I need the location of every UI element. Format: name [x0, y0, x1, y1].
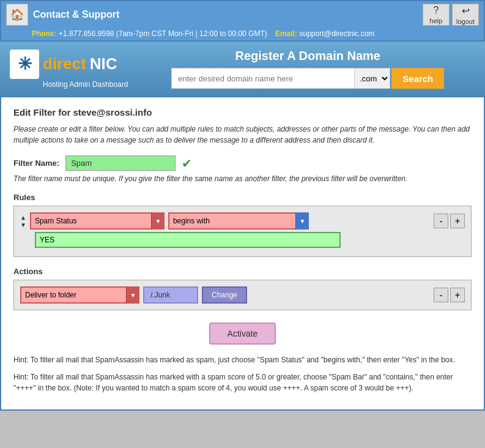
- rule-add-remove-btns: - +: [434, 214, 465, 228]
- filter-name-label: Filter Name:: [13, 159, 59, 168]
- filter-name-row: Filter Name: ✔: [13, 155, 472, 171]
- actions-box: Deliver to folder Discard Forward to ▼ /…: [13, 280, 472, 310]
- logo-area: ✳ directNIC Hosting Admin Dashboard: [10, 50, 128, 89]
- logo-direct: direct: [43, 54, 86, 73]
- rule-subject-select-wrap: Spam Status Spam Bar Subject From To ▼: [30, 212, 165, 230]
- rule-add-button[interactable]: +: [450, 214, 465, 228]
- rule-row: ▲ ▼ Spam Status Spam Bar Subject From To…: [20, 212, 465, 230]
- hint1-text: Hint: To filter all mail that SpamAssass…: [13, 354, 472, 365]
- rule-condition-select[interactable]: begins with contains ends with is: [168, 212, 309, 230]
- action-add-button[interactable]: +: [450, 288, 465, 302]
- domain-search-row: .com .net .org Search: [171, 68, 444, 89]
- top-bar: 🏠 Contact & Support ? help ↩ logout Phon…: [0, 0, 485, 42]
- logo-nic: NIC: [90, 54, 117, 73]
- logo-subtitle: Hosting Admin Dashboard: [43, 80, 128, 89]
- action-remove-button[interactable]: -: [434, 288, 448, 302]
- logout-button[interactable]: ↩ logout: [452, 4, 479, 26]
- rules-box: ▲ ▼ Spam Status Spam Bar Subject From To…: [13, 206, 472, 257]
- rule-remove-button[interactable]: -: [434, 214, 448, 228]
- rule-value-row: [20, 232, 465, 248]
- phone-label: Phone:: [32, 29, 57, 38]
- check-icon: ✔: [182, 156, 192, 171]
- rule-subject-select[interactable]: Spam Status Spam Bar Subject From To: [30, 212, 165, 230]
- rule-condition-select-wrap: begins with contains ends with is ▼: [168, 212, 309, 230]
- email-address: support@directnic.com: [299, 29, 374, 38]
- rule-value-input[interactable]: [35, 232, 341, 248]
- rule-sort-arrows[interactable]: ▲ ▼: [20, 214, 26, 228]
- phone-number: +1.877.856.9598 (7am-7pm CST Mon-Fri | 1…: [59, 29, 267, 38]
- action-type-select-wrap: Deliver to folder Discard Forward to ▼: [20, 286, 139, 304]
- activate-button[interactable]: Activate: [209, 323, 276, 345]
- action-type-select[interactable]: Deliver to folder Discard Forward to: [20, 286, 139, 304]
- title-row: 🏠 Contact & Support ? help ↩ logout: [1, 1, 484, 28]
- domain-search-area: Register A Domain Name .com .net .org Se…: [140, 49, 475, 89]
- topbar-buttons: ? help ↩ logout: [423, 4, 479, 26]
- hint2-text: Hint: To filter all mail that SpamAssass…: [13, 371, 472, 394]
- action-row: Deliver to folder Discard Forward to ▼ /…: [20, 286, 465, 304]
- page-title: Edit Filter for steve@srossi.info: [13, 107, 472, 118]
- change-button[interactable]: Change: [202, 286, 247, 304]
- domain-search-input[interactable]: [171, 68, 355, 89]
- action-folder-value: /.Junk: [143, 286, 198, 304]
- domain-search-title: Register A Domain Name: [235, 49, 380, 63]
- topbar-title: Contact & Support: [33, 9, 418, 20]
- email-label: Email:: [275, 29, 297, 38]
- main-content: Edit Filter for steve@srossi.info Please…: [0, 96, 485, 411]
- contact-row: Phone: +1.877.856.9598 (7am-7pm CST Mon-…: [1, 28, 484, 40]
- rules-label: Rules: [13, 193, 472, 202]
- actions-label: Actions: [13, 267, 472, 276]
- logo-snowflake-icon: ✳: [10, 50, 39, 79]
- search-button[interactable]: Search: [391, 68, 444, 89]
- help-button[interactable]: ? help: [423, 4, 450, 26]
- home-icon[interactable]: 🏠: [6, 4, 28, 26]
- branding-bar: ✳ directNIC Hosting Admin Dashboard Regi…: [0, 42, 485, 96]
- filter-name-hint: The filter name must be unique. If you g…: [13, 174, 472, 183]
- action-add-remove-btns: - +: [434, 288, 465, 302]
- filter-name-input[interactable]: [65, 155, 176, 171]
- domain-ext-select[interactable]: .com .net .org: [355, 68, 390, 89]
- intro-text: Please create or edit a filter below. Yo…: [13, 124, 472, 146]
- activate-area: Activate: [13, 323, 472, 345]
- logo-main: ✳ directNIC: [10, 50, 117, 79]
